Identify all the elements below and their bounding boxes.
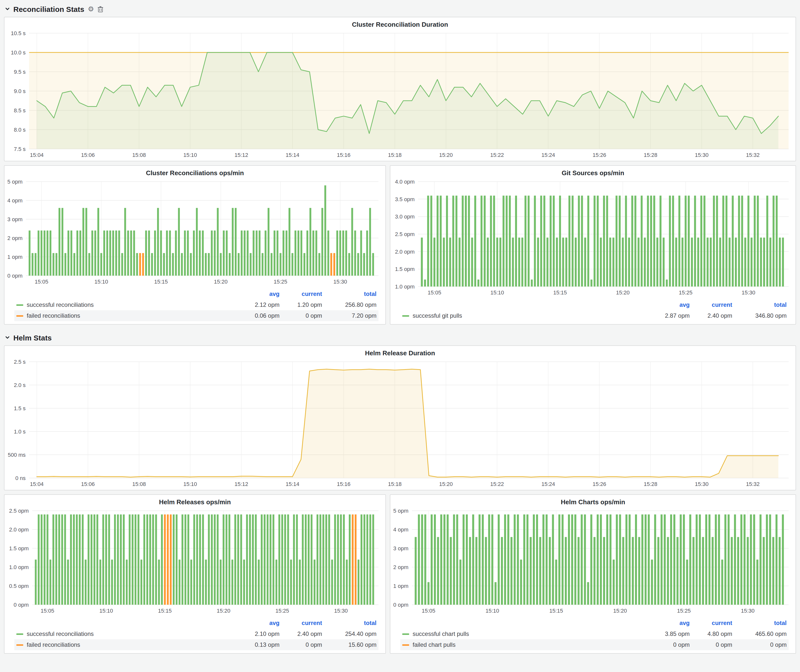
series-avg-value: 2.87 opm (647, 312, 690, 319)
series-avg-value: 0.06 opm (237, 312, 280, 319)
row-reconciliation-ops: Cluster Reconciliations ops/min 0 opm1 o… (4, 165, 796, 329)
svg-text:0.5 opm: 0.5 opm (9, 583, 29, 589)
helm-charts-ops-chart[interactable]: 0 opm1 opm2 opm3 opm4 opm5 opm15:0515:10… (390, 507, 795, 617)
svg-text:15:20: 15:20 (439, 152, 453, 158)
svg-text:500 ms: 500 ms (8, 452, 26, 458)
svg-text:15:10: 15:10 (183, 152, 197, 158)
series-avg-value: 2.10 opm (237, 630, 280, 637)
panel-title-cluster-reconciliations-ops[interactable]: Cluster Reconciliations ops/min (5, 166, 386, 178)
series-label[interactable]: successful reconciliations (27, 630, 94, 637)
section-header-reconciliation-stats: Reconciliation Stats ⚙ (5, 3, 796, 15)
chevron-down-icon[interactable] (5, 6, 10, 11)
legend-col-total[interactable]: total (322, 619, 376, 626)
helm-releases-ops-chart[interactable]: 0 opm0.5 opm1.0 opm1.5 opm2.0 opm2.5 opm… (5, 507, 386, 617)
svg-text:2.5 s: 2.5 s (14, 359, 26, 365)
svg-text:10.5 s: 10.5 s (11, 30, 26, 36)
legend-col-current[interactable]: current (280, 290, 322, 298)
panel-title-cluster-reconciliation-duration[interactable]: Cluster Reconciliation Duration (5, 17, 795, 29)
svg-text:15:25: 15:25 (274, 278, 287, 285)
legend-col-current[interactable]: current (690, 301, 732, 308)
svg-text:15:06: 15:06 (81, 152, 95, 158)
svg-text:4 opm: 4 opm (7, 197, 22, 204)
panel-title-git-sources-ops[interactable]: Git Sources ops/min (390, 166, 795, 178)
series-current-value: 0 opm (280, 641, 322, 648)
svg-text:9.0 s: 9.0 s (14, 88, 26, 94)
svg-text:15:24: 15:24 (541, 481, 555, 487)
svg-text:15:32: 15:32 (746, 152, 760, 158)
legend-col-avg[interactable]: avg (237, 619, 280, 626)
svg-text:8.0 s: 8.0 s (14, 127, 26, 133)
svg-text:15:05: 15:05 (422, 608, 435, 614)
svg-text:2.5 opm: 2.5 opm (395, 231, 415, 237)
series-current-value: 2.40 opm (280, 630, 322, 637)
series-total-value: 256.80 opm (322, 301, 376, 308)
svg-text:15:04: 15:04 (30, 481, 43, 487)
series-label[interactable]: failed chart pulls (413, 641, 455, 648)
legend-row-successful-reconciliations: successful reconciliations 2.12 opm 1.20… (14, 299, 379, 310)
git-sources-ops-chart[interactable]: 1.0 opm1.5 opm2.0 opm2.5 opm3.0 opm3.5 o… (390, 178, 795, 298)
svg-text:4.0 opm: 4.0 opm (395, 179, 415, 185)
trash-icon[interactable] (98, 6, 103, 12)
svg-text:1.5 s: 1.5 s (14, 405, 26, 411)
svg-text:0 opm: 0 opm (7, 273, 22, 279)
panel-title-helm-release-duration[interactable]: Helm Release Duration (5, 346, 795, 358)
svg-text:15:15: 15:15 (553, 290, 567, 296)
panel-title-helm-releases-ops[interactable]: Helm Releases ops/min (5, 495, 386, 507)
svg-text:3.0 opm: 3.0 opm (395, 214, 415, 220)
legend-col-avg[interactable]: avg (647, 301, 690, 308)
svg-text:1 opm: 1 opm (393, 583, 408, 589)
svg-text:15:18: 15:18 (388, 152, 402, 158)
svg-text:15:30: 15:30 (695, 481, 709, 487)
svg-text:15:08: 15:08 (132, 152, 146, 158)
legend-col-avg[interactable]: avg (237, 290, 280, 298)
series-label[interactable]: successful chart pulls (413, 630, 469, 637)
legend-col-current[interactable]: current (280, 619, 322, 626)
section-title-reconciliation-stats[interactable]: Reconciliation Stats (13, 5, 84, 13)
svg-text:5 opm: 5 opm (393, 508, 408, 514)
legend-col-avg[interactable]: avg (647, 619, 690, 626)
svg-text:9.5 s: 9.5 s (14, 69, 26, 75)
legend-col-total[interactable]: total (322, 290, 376, 298)
svg-text:15:16: 15:16 (337, 481, 350, 487)
legend-header: avg current total (400, 299, 789, 310)
gear-icon[interactable]: ⚙ (88, 5, 94, 12)
svg-text:15:10: 15:10 (99, 608, 113, 614)
svg-text:15:28: 15:28 (644, 152, 657, 158)
cluster-reconciliations-ops-chart[interactable]: 0 opm1 opm2 opm3 opm4 opm5 opm15:0515:10… (5, 178, 386, 288)
legend-header: avg current total (400, 618, 789, 629)
svg-text:15:05: 15:05 (428, 290, 441, 296)
svg-text:1.5 opm: 1.5 opm (395, 266, 415, 272)
svg-text:15:20: 15:20 (214, 278, 227, 285)
svg-text:15:20: 15:20 (217, 608, 230, 614)
legend-row-successful-git-pulls: successful git pulls 2.87 opm 2.40 opm 3… (400, 310, 789, 321)
legend-col-current[interactable]: current (690, 619, 732, 626)
series-current-value: 2.40 opm (690, 312, 732, 319)
series-total-value: 254.40 opm (322, 630, 376, 637)
series-total-value: 346.80 opm (732, 312, 787, 319)
panel-helm-charts-ops: Helm Charts ops/min 0 opm1 opm2 opm3 opm… (390, 494, 796, 654)
series-label[interactable]: failed reconciliations (27, 312, 80, 319)
panel-title-helm-charts-ops[interactable]: Helm Charts ops/min (390, 495, 795, 507)
svg-text:15:04: 15:04 (30, 152, 43, 158)
series-label[interactable]: failed reconciliations (27, 641, 80, 648)
series-label[interactable]: successful reconciliations (27, 301, 94, 308)
series-total-value: 15.60 opm (322, 641, 376, 648)
svg-text:15:20: 15:20 (439, 481, 453, 487)
svg-text:15:18: 15:18 (388, 481, 402, 487)
svg-text:15:25: 15:25 (275, 608, 289, 614)
series-label[interactable]: successful git pulls (413, 312, 462, 319)
svg-text:15:15: 15:15 (158, 608, 172, 614)
legend-col-total[interactable]: total (732, 301, 787, 308)
svg-text:15:05: 15:05 (40, 608, 54, 614)
helm-release-duration-chart[interactable]: 0 ns500 ms1.0 s1.5 s2.0 s2.5 s15:0415:06… (5, 358, 795, 490)
legend-cluster-reconciliations: avg current total successful reconciliat… (5, 288, 386, 324)
cluster-reconciliation-duration-chart[interactable]: 7.5 s8.0 s8.5 s9.0 s9.5 s10.0 s10.5 s15:… (5, 29, 795, 161)
svg-text:15:22: 15:22 (490, 481, 504, 487)
legend-row-successful-reconciliations: successful reconciliations 2.10 opm 2.40… (14, 629, 379, 639)
section-title-helm-stats[interactable]: Helm Stats (13, 333, 52, 342)
svg-text:15:08: 15:08 (132, 481, 146, 487)
svg-text:15:10: 15:10 (490, 290, 504, 296)
legend-col-total[interactable]: total (732, 619, 787, 626)
legend-header: avg current total (14, 618, 379, 629)
chevron-down-icon[interactable] (5, 335, 10, 340)
